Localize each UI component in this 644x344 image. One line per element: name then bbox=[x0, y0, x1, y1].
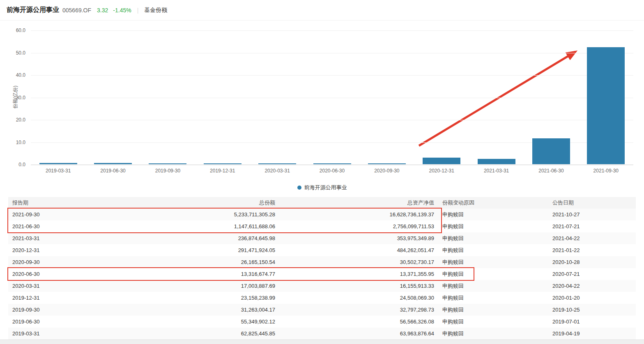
table-cell: 62,825,445.85 bbox=[131, 328, 279, 339]
column-header-4: 份额变动原因 bbox=[438, 197, 548, 209]
table-cell: 353,975,349.89 bbox=[279, 232, 438, 244]
y-tick-label: 50.0 bbox=[16, 50, 25, 56]
table-cell: 2021-01-22 bbox=[548, 244, 636, 256]
table-row: 2021-03-31236,874,645.98353,975,349.89申购… bbox=[8, 232, 636, 244]
grid-line bbox=[31, 120, 633, 120]
column-header-2: 总份额 bbox=[131, 197, 279, 209]
fund-nav: 3.32 bbox=[97, 7, 108, 14]
y-tick-label: 10.0 bbox=[16, 139, 25, 146]
table-cell: 2021-10-27 bbox=[548, 209, 636, 220]
column-header-1: 报告期 bbox=[8, 197, 131, 209]
table-cell: 30,502,730.17 bbox=[279, 256, 438, 268]
table-cell: 2021-09-30 bbox=[8, 209, 131, 220]
grid-line bbox=[31, 53, 633, 53]
table-cell: 申购赎回 bbox=[438, 268, 548, 280]
x-tick-label: 2020-09-30 bbox=[359, 168, 414, 174]
x-tick-label: 2019-09-30 bbox=[140, 168, 195, 174]
table-cell: 236,874,645.98 bbox=[131, 232, 279, 244]
bar-2021-09-30 bbox=[587, 47, 625, 164]
grid-line bbox=[31, 30, 633, 31]
bar-2020-09-30 bbox=[368, 163, 406, 164]
chart-plot bbox=[31, 30, 633, 165]
table-cell: 申购赎回 bbox=[438, 304, 548, 316]
header-divider: | bbox=[137, 7, 139, 14]
bar-2021-06-30 bbox=[532, 138, 570, 164]
table-cell: 24,508,069.30 bbox=[279, 292, 438, 304]
horizontal-scrollbar-track[interactable] bbox=[0, 339, 644, 344]
table-cell: 2020-04-22 bbox=[548, 280, 636, 292]
y-tick-label: 0.0 bbox=[18, 161, 25, 168]
legend-item[interactable]: 前海开源公用事业 bbox=[0, 184, 644, 191]
table-cell: 申购赎回 bbox=[438, 232, 548, 244]
bar-2020-12-31 bbox=[423, 158, 460, 164]
y-axis: 0.010.020.030.040.050.060.0 bbox=[0, 30, 25, 165]
table-cell: 申购赎回 bbox=[438, 316, 548, 328]
table-cell: 2019-03-31 bbox=[8, 328, 131, 339]
bar-2020-03-31 bbox=[258, 163, 296, 164]
tab-fund-shares[interactable]: 基金份额 bbox=[144, 7, 167, 14]
table-cell: 2019-06-30 bbox=[8, 316, 131, 328]
table-header-row: 报告期总份额总资产净值份额变动原因公告日期 bbox=[8, 197, 636, 209]
bar-2019-03-31 bbox=[39, 163, 77, 164]
bar-2020-06-30 bbox=[313, 163, 351, 164]
table-row: 2020-06-3013,316,674.7713,371,355.95申购赎回… bbox=[8, 268, 636, 280]
fund-name: 前海开源公用事业 bbox=[7, 6, 59, 14]
x-tick-label: 2021-06-30 bbox=[524, 168, 578, 174]
table-cell: 申购赎回 bbox=[438, 256, 548, 268]
table-cell: 2020-09-30 bbox=[8, 256, 131, 268]
bar-2019-12-31 bbox=[204, 163, 242, 164]
table-body: 2021-09-305,233,711,305.2816,628,736,139… bbox=[8, 209, 636, 339]
y-tick-label: 40.0 bbox=[16, 72, 25, 78]
table-cell: 17,003,887.69 bbox=[131, 280, 279, 292]
table-row: 2019-12-3123,158,238.9924,508,069.30申购赎回… bbox=[8, 292, 636, 304]
column-header-5: 公告日期 bbox=[548, 197, 636, 209]
x-axis: 2019-03-312019-06-302019-09-302019-12-31… bbox=[31, 168, 633, 175]
table-cell: 484,262,051.47 bbox=[279, 244, 438, 256]
table-row: 2021-09-305,233,711,305.2816,628,736,139… bbox=[8, 209, 636, 220]
table-row: 2020-03-3117,003,887.6916,155,913.33申购赎回… bbox=[8, 280, 636, 292]
legend-marker bbox=[297, 186, 301, 190]
table-row: 2020-12-31291,471,924.05484,262,051.47申购… bbox=[8, 244, 636, 256]
table-cell: 2021-06-30 bbox=[8, 220, 131, 232]
table-row: 2021-06-301,147,611,688.062,756,099,711.… bbox=[8, 220, 636, 232]
table-cell: 2,756,099,711.53 bbox=[279, 220, 438, 232]
x-axis-line bbox=[31, 165, 633, 165]
table-cell: 5,233,711,305.28 bbox=[131, 209, 279, 220]
table-cell: 申购赎回 bbox=[438, 209, 548, 220]
table-cell: 23,158,238.99 bbox=[131, 292, 279, 304]
column-header-3: 总资产净值 bbox=[279, 197, 438, 209]
table-cell: 2019-10-25 bbox=[548, 304, 636, 316]
x-tick-label: 2019-06-30 bbox=[85, 168, 140, 174]
table-cell: 2020-06-30 bbox=[8, 268, 131, 280]
table-row: 2020-09-3026,165,150.5430,502,730.17申购赎回… bbox=[8, 256, 636, 268]
table-cell: 2021-03-31 bbox=[8, 232, 131, 244]
table-cell: 55,349,902.12 bbox=[131, 316, 279, 328]
table-cell: 申购赎回 bbox=[438, 280, 548, 292]
table-cell: 2021-04-22 bbox=[548, 232, 636, 244]
y-tick-label: 20.0 bbox=[16, 117, 25, 123]
table-cell: 申购赎回 bbox=[438, 244, 548, 256]
table-cell: 申购赎回 bbox=[438, 328, 548, 339]
table-cell: 13,371,355.95 bbox=[279, 268, 438, 280]
table-cell: 2019-09-30 bbox=[8, 304, 131, 316]
table-row: 2019-06-3055,349,902.1256,566,326.08申购赎回… bbox=[8, 316, 636, 328]
fund-change: -1.45% bbox=[113, 7, 131, 14]
x-tick-label: 2021-09-30 bbox=[579, 168, 633, 174]
x-tick-label: 2019-12-31 bbox=[195, 168, 250, 174]
x-tick-label: 2019-03-31 bbox=[31, 168, 85, 174]
fund-code: 005669.OF bbox=[62, 7, 91, 14]
y-tick-label: 60.0 bbox=[16, 27, 25, 34]
table-cell: 63,963,876.64 bbox=[279, 328, 438, 339]
table-row: 2019-03-3162,825,445.8563,963,876.64申购赎回… bbox=[8, 328, 636, 339]
table-cell: 2021-07-21 bbox=[548, 220, 636, 232]
table-cell: 31,263,004.17 bbox=[131, 304, 279, 316]
x-tick-label: 2020-12-31 bbox=[414, 168, 469, 174]
share-bar-chart: 份额(亿份) 0.010.020.030.040.050.060.0 2019-… bbox=[0, 21, 644, 197]
share-table-section: 报告期总份额总资产净值份额变动原因公告日期 2021-09-305,233,71… bbox=[8, 197, 636, 339]
arrow-line bbox=[419, 52, 575, 146]
grid-line bbox=[31, 75, 633, 76]
table-row: 2019-09-3031,263,004.1732,797,298.73申购赎回… bbox=[8, 304, 636, 316]
table-cell: 13,316,674.77 bbox=[131, 268, 279, 280]
table-cell: 26,165,150.54 bbox=[131, 256, 279, 268]
table-cell: 32,797,298.73 bbox=[279, 304, 438, 316]
